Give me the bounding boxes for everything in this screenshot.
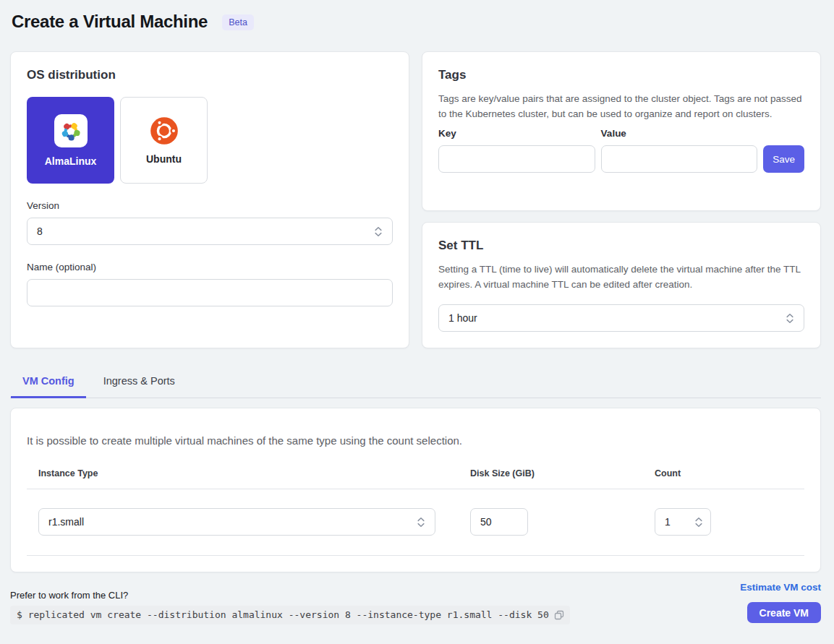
key-field[interactable] (448, 146, 585, 172)
col-instance-type: Instance Type (27, 468, 459, 478)
page-header: Create a Virtual Machine Beta (10, 10, 821, 32)
tag-key-col: Key (438, 128, 595, 173)
chevron-up-down-icon (374, 226, 383, 237)
cli-prompt-text: Prefer to work from the CLI? (10, 590, 570, 601)
create-vm-page: Create a Virtual Machine Beta OS distrib… (0, 0, 834, 624)
cli-code-block: $ replicated vm create --distribution al… (10, 606, 570, 624)
ttl-card-title: Set TTL (438, 239, 804, 253)
value-field-wrap (601, 145, 758, 173)
ttl-select-value: 1 hour (448, 312, 477, 324)
disk-size-wrap (470, 508, 528, 536)
count-value: 1 (665, 516, 671, 528)
ubuntu-logo-icon (150, 116, 179, 145)
vm-table-header: Instance Type Disk Size (GiB) Count (27, 468, 804, 489)
tags-form: Key Value Save (438, 128, 804, 173)
version-select[interactable]: 8 (27, 218, 393, 245)
value-field[interactable] (611, 146, 748, 172)
key-field-wrap (438, 145, 595, 173)
vm-table-row: r1.small 1 (27, 489, 804, 556)
save-tag-button[interactable]: Save (763, 145, 804, 173)
instance-type-select[interactable]: r1.small (38, 508, 435, 536)
cli-section: Prefer to work from the CLI? $ replicate… (10, 590, 570, 624)
tab-vm-config[interactable]: VM Config (11, 369, 86, 398)
vm-config-intro: It is possible to create multiple virtua… (27, 424, 804, 447)
os-card-title: OS distribution (27, 68, 393, 82)
col-disk-size: Disk Size (GiB) (459, 468, 643, 478)
os-tile-label: Ubuntu (146, 153, 182, 165)
cli-command-text: $ replicated vm create --distribution al… (17, 609, 549, 620)
right-column: Tags Tags are key/value pairs that are a… (422, 51, 821, 348)
page-title: Create a Virtual Machine (12, 12, 208, 32)
beta-badge: Beta (222, 14, 254, 30)
tags-card-title: Tags (438, 68, 804, 82)
create-vm-button[interactable]: Create VM (747, 602, 821, 623)
vm-table: Instance Type Disk Size (GiB) Count r1.s… (27, 468, 804, 556)
ttl-description: Setting a TTL (time to live) will automa… (438, 262, 804, 292)
instance-type-value: r1.small (48, 516, 84, 528)
os-tile-almalinux[interactable]: AlmaLinux (27, 97, 114, 184)
tag-value-col: Value (601, 128, 758, 173)
estimate-vm-cost-link[interactable]: Estimate VM cost (740, 582, 821, 593)
tab-bar: VM Config Ingress & Ports (10, 369, 821, 398)
copy-icon[interactable] (554, 610, 564, 620)
name-field[interactable] (37, 280, 383, 306)
name-label: Name (optional) (27, 262, 393, 272)
os-tile-ubuntu[interactable]: Ubuntu (120, 97, 208, 184)
os-distribution-card: OS distribution (10, 51, 409, 348)
version-select-value: 8 (37, 226, 43, 237)
name-field-wrap (27, 279, 393, 306)
chevron-up-down-icon (694, 517, 703, 528)
ttl-select[interactable]: 1 hour (438, 304, 804, 332)
top-cards-row: OS distribution (10, 51, 821, 348)
chevron-up-down-icon (417, 517, 425, 528)
os-tiles: AlmaLinux Ubuntu (27, 97, 393, 184)
disk-size-cell (459, 508, 643, 536)
version-label: Version (27, 200, 393, 211)
tab-ingress-ports[interactable]: Ingress & Ports (92, 369, 187, 398)
vm-config-card: It is possible to create multiple virtua… (10, 408, 821, 572)
footer: Prefer to work from the CLI? $ replicate… (10, 582, 821, 624)
value-label: Value (601, 128, 758, 139)
instance-type-cell: r1.small (27, 508, 459, 536)
os-tile-label: AlmaLinux (45, 155, 97, 167)
almalinux-logo-icon (54, 114, 88, 147)
tags-description: Tags are key/value pairs that are assign… (438, 92, 804, 121)
key-label: Key (438, 128, 595, 139)
chevron-up-down-icon (786, 313, 794, 324)
disk-size-input[interactable] (480, 509, 518, 535)
col-count: Count (643, 468, 804, 478)
tags-card: Tags Tags are key/value pairs that are a… (422, 51, 821, 211)
count-stepper[interactable]: 1 (655, 508, 711, 536)
set-ttl-card: Set TTL Setting a TTL (time to live) wil… (422, 222, 821, 348)
count-cell: 1 (643, 508, 804, 536)
footer-actions: Estimate VM cost Create VM (740, 582, 821, 623)
